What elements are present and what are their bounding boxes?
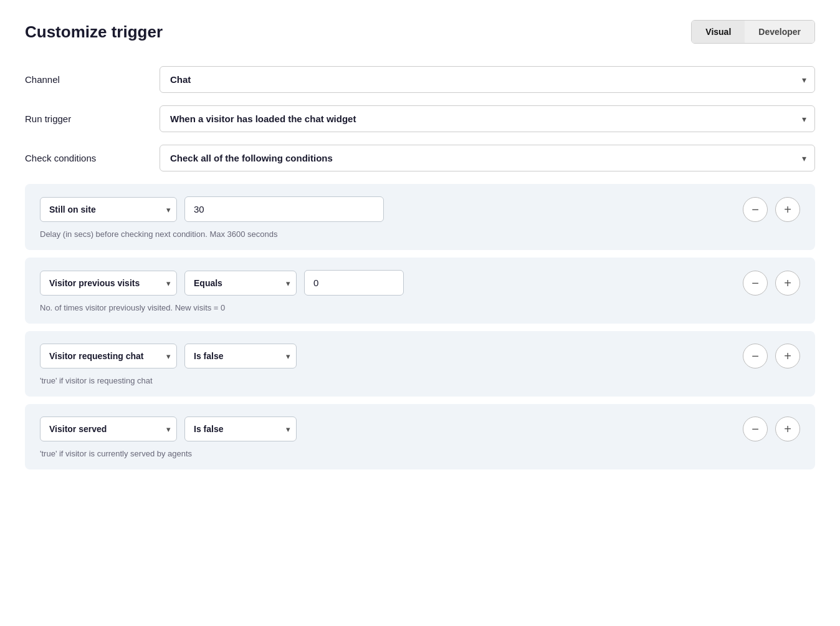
check-conditions-row: Check conditions Check all of the follow… bbox=[25, 145, 815, 171]
check-conditions-select[interactable]: Check all of the following conditions bbox=[160, 145, 815, 171]
run-trigger-label: Run trigger bbox=[25, 113, 150, 124]
conditions-container: Still on site▾−+Delay (in secs) before c… bbox=[25, 184, 815, 470]
condition-hint: No. of times visitor previously visited.… bbox=[40, 303, 800, 312]
condition-row: Still on site▾−+ bbox=[40, 196, 800, 222]
condition-operator-select-wrapper: Equals▾ bbox=[184, 271, 297, 296]
check-conditions-select-wrapper: Check all of the following conditions ▾ bbox=[160, 145, 815, 171]
page-header: Customize trigger Visual Developer bbox=[25, 20, 815, 44]
remove-condition-button[interactable]: − bbox=[743, 197, 768, 222]
condition-row: Visitor previous visits▾Equals▾−+ bbox=[40, 270, 800, 296]
visual-mode-button[interactable]: Visual bbox=[692, 21, 745, 43]
add-condition-button[interactable]: + bbox=[775, 197, 800, 222]
add-condition-button[interactable]: + bbox=[775, 271, 800, 296]
condition-hint: 'true' if visitor is currently served by… bbox=[40, 449, 800, 458]
remove-condition-button[interactable]: − bbox=[743, 271, 768, 296]
add-condition-button[interactable]: + bbox=[775, 344, 800, 368]
condition-block: Visitor requesting chat▾Is false▾−+'true… bbox=[25, 331, 815, 397]
condition-operator-select[interactable]: Equals bbox=[184, 271, 297, 296]
condition-type-select[interactable]: Visitor requesting chat bbox=[40, 344, 177, 368]
channel-row: Channel Chat ▾ bbox=[25, 66, 815, 93]
condition-operator-select[interactable]: Is false bbox=[184, 344, 297, 368]
condition-row: Visitor requesting chat▾Is false▾−+ bbox=[40, 344, 800, 368]
channel-label: Channel bbox=[25, 74, 150, 85]
condition-hint: Delay (in secs) before checking next con… bbox=[40, 229, 800, 239]
condition-value-input[interactable] bbox=[304, 270, 404, 296]
condition-row: Visitor served▾Is false▾−+ bbox=[40, 417, 800, 441]
page-title: Customize trigger bbox=[25, 22, 163, 42]
condition-operator-select-wrapper: Is false▾ bbox=[184, 344, 297, 368]
condition-type-select-wrapper: Visitor requesting chat▾ bbox=[40, 344, 177, 368]
condition-block: Still on site▾−+Delay (in secs) before c… bbox=[25, 184, 815, 250]
run-trigger-row: Run trigger When a visitor has loaded th… bbox=[25, 105, 815, 132]
condition-block: Visitor previous visits▾Equals▾−+No. of … bbox=[25, 258, 815, 324]
condition-type-select-wrapper: Visitor previous visits▾ bbox=[40, 271, 177, 296]
condition-type-select[interactable]: Still on site bbox=[40, 197, 177, 222]
view-toggle: Visual Developer bbox=[691, 20, 815, 44]
condition-type-select-wrapper: Visitor served▾ bbox=[40, 417, 177, 441]
condition-type-select[interactable]: Visitor served bbox=[40, 417, 177, 441]
condition-operator-select-wrapper: Is false▾ bbox=[184, 417, 297, 441]
developer-mode-button[interactable]: Developer bbox=[745, 21, 814, 43]
channel-select[interactable]: Chat bbox=[160, 66, 815, 93]
remove-condition-button[interactable]: − bbox=[743, 344, 768, 368]
condition-value-input[interactable] bbox=[184, 196, 384, 222]
condition-block: Visitor served▾Is false▾−+'true' if visi… bbox=[25, 404, 815, 470]
check-conditions-label: Check conditions bbox=[25, 153, 150, 163]
channel-select-wrapper: Chat ▾ bbox=[160, 66, 815, 93]
condition-hint: 'true' if visitor is requesting chat bbox=[40, 376, 800, 385]
run-trigger-select[interactable]: When a visitor has loaded the chat widge… bbox=[160, 105, 815, 132]
run-trigger-select-wrapper: When a visitor has loaded the chat widge… bbox=[160, 105, 815, 132]
remove-condition-button[interactable]: − bbox=[743, 417, 768, 441]
add-condition-button[interactable]: + bbox=[775, 417, 800, 441]
condition-operator-select[interactable]: Is false bbox=[184, 417, 297, 441]
condition-type-select[interactable]: Visitor previous visits bbox=[40, 271, 177, 296]
condition-type-select-wrapper: Still on site▾ bbox=[40, 197, 177, 222]
